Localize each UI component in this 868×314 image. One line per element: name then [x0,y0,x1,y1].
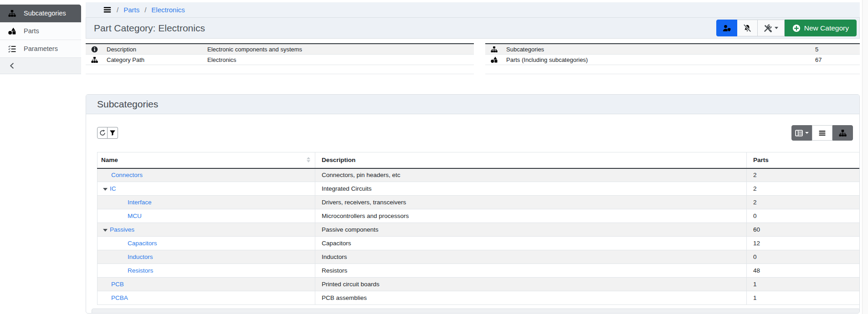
tools-menu-button[interactable] [758,20,785,36]
table-header-row: Name Description Parts [98,152,860,168]
sidebar-item-label: Parts [24,27,39,35]
table-row[interactable]: Connectors Connectors, pin headers, etc … [98,168,860,182]
sidebar-item-subcategories[interactable]: Subcategories [0,5,81,22]
shapes-icon [491,56,498,63]
sidebar: Subcategories Parts Parameters [0,0,81,74]
category-link[interactable]: Inductors [128,253,153,260]
detail-label: Parts (Including subcategories) [506,56,815,63]
user-shield-icon [723,24,731,32]
hamburger-icon[interactable] [103,5,112,14]
cell-parts: 1 [747,291,860,305]
breadcrumb-separator: / [144,6,146,14]
vertical-scrollbar[interactable] [862,0,868,314]
section-title: Subcategories [97,99,158,110]
filter-button[interactable] [108,127,118,139]
cell-description: Integrated Circuits [315,182,747,196]
detail-label: Category Path [107,56,207,63]
list-check-icon [8,45,16,53]
main-content: / Parts / Electronics Part Category: Ele… [86,0,860,314]
refresh-icon [99,130,106,136]
detail-row-description: Description Electronic components and sy… [86,44,474,55]
page-title: Part Category: Electronics [94,23,205,34]
detail-value: Electronics [207,56,474,63]
sidebar-item-parts[interactable]: Parts [0,22,81,40]
subcategories-section: Subcategories [86,94,860,314]
table-row[interactable]: Capacitors Capacitors 12 [98,237,860,250]
refresh-button[interactable] [97,127,108,139]
table-row[interactable]: IC Integrated Circuits 2 [98,182,860,196]
cell-description: Inductors [315,250,747,264]
caret-down-icon [805,132,809,134]
cell-parts: 0 [747,209,860,223]
chevron-left-icon [9,62,15,69]
table-icon [795,129,803,137]
category-details-panel: Description Electronic components and sy… [86,43,474,74]
details-row: Description Electronic components and sy… [86,43,860,74]
next-panel-edge [92,309,860,314]
plus-circle-icon [792,24,801,32]
info-circle-icon [91,46,98,53]
detail-value: 67 [815,56,860,63]
table-row[interactable]: Inductors Inductors 0 [98,250,860,264]
grid-actions-group [97,127,118,139]
column-header-name[interactable]: Name [98,152,315,168]
sidebar-item-label: Parameters [24,45,58,52]
cell-parts: 2 [747,168,860,182]
table-view-button[interactable] [791,125,812,141]
cell-parts: 60 [747,223,860,237]
breadcrumb: / Parts / Electronics [86,2,860,17]
category-stats-panel: Subcategories 5 Parts (Including subcate… [485,43,860,74]
category-link[interactable]: IC [110,185,116,192]
detail-row-subcategories-count: Subcategories 5 [485,44,860,55]
sidebar-collapse-button[interactable] [0,58,81,74]
expand-caret-icon[interactable] [103,188,108,191]
category-link[interactable]: MCU [128,213,142,219]
sort-icon [307,157,310,162]
detail-row-parts-count: Parts (Including subcategories) 67 [485,55,860,65]
detail-label: Subcategories [506,46,815,53]
sitemap-icon [91,56,98,63]
cell-description: Printed circuit boards [315,278,747,291]
table-row[interactable]: Resistors Resistors 48 [98,264,860,278]
category-link[interactable]: Connectors [111,172,143,178]
breadcrumb-link-parts[interactable]: Parts [123,6,139,14]
sitemap-icon [8,10,16,17]
notifications-off-button[interactable] [737,20,758,36]
table-row[interactable]: MCU Microcontrollers and processors 0 [98,209,860,223]
sitemap-icon [491,46,498,53]
expand-caret-icon[interactable] [103,229,108,232]
cell-parts: 2 [747,182,860,196]
cell-parts: 48 [747,264,860,278]
sidebar-item-parameters[interactable]: Parameters [0,40,81,58]
table-row[interactable]: Interface Drivers, receivers, transceive… [98,196,860,209]
cell-description: PCB assemblies [315,291,747,305]
category-link[interactable]: Resistors [128,267,153,274]
detail-row-category-path: Category Path Electronics [86,55,474,65]
tools-icon [764,24,772,32]
new-category-button[interactable]: New Category [785,20,857,36]
breadcrumb-separator: / [117,6,118,14]
category-link[interactable]: PCB [111,281,124,288]
table-row[interactable]: Passives Passive components 60 [98,223,860,237]
user-permissions-button[interactable] [716,20,737,36]
cell-parts: 1 [747,278,860,291]
list-icon [818,129,826,137]
shapes-icon [8,27,16,35]
new-category-label: New Category [804,24,849,32]
category-link[interactable]: PCBA [111,294,128,301]
detail-value: Electronic components and systems [207,46,474,53]
header-actions: New Category [716,20,857,36]
category-link[interactable]: Passives [110,226,134,233]
tree-view-button[interactable] [832,125,853,141]
table-row[interactable]: PCBA PCB assemblies 1 [98,291,860,305]
list-view-button[interactable] [812,125,832,141]
grid-toolbar [97,125,853,141]
category-link[interactable]: Interface [128,199,152,206]
category-link[interactable]: Capacitors [128,240,157,247]
sitemap-icon [839,129,847,137]
detail-label: Description [107,46,207,53]
detail-row-empty [86,65,474,74]
view-toggle-group [791,125,853,141]
table-row[interactable]: PCB Printed circuit boards 1 [98,278,860,291]
breadcrumb-link-electronics[interactable]: Electronics [151,6,185,14]
